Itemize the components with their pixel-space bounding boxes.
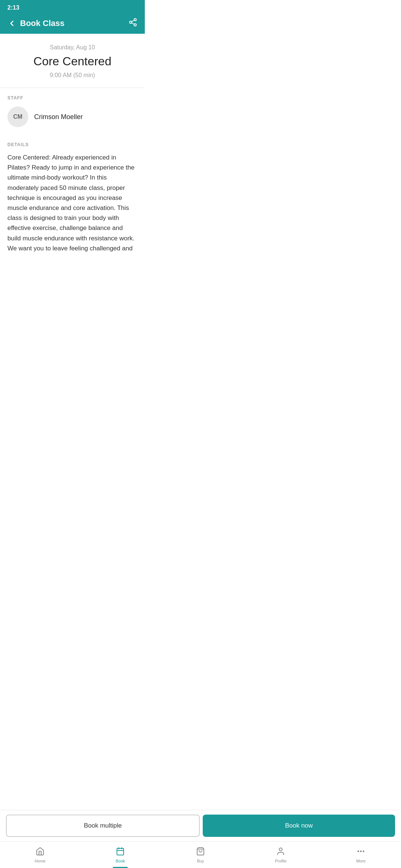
class-time: 9:00 AM (50 min): [7, 72, 137, 79]
staff-avatar: CM: [7, 106, 28, 127]
class-name: Core Centered: [7, 55, 137, 68]
svg-line-4: [132, 20, 134, 22]
details-label: DETAILS: [7, 142, 137, 147]
details-section: DETAILS Core Centered: Already experienc…: [0, 135, 145, 253]
staff-label: STAFF: [7, 95, 137, 101]
details-text: Core Centered: Already experienced in Pi…: [7, 152, 137, 253]
staff-name: Crimson Moeller: [34, 113, 83, 121]
class-header: Saturday, Aug 10 Core Centered 9:00 AM (…: [0, 34, 145, 88]
back-button[interactable]: [7, 19, 16, 28]
class-date: Saturday, Aug 10: [7, 44, 137, 51]
status-bar: 2:13: [0, 0, 145, 14]
staff-section: STAFF CM Crimson Moeller: [0, 88, 145, 135]
page-title: Book Class: [20, 19, 65, 28]
svg-line-3: [132, 23, 134, 24]
top-bar-left: Book Class: [7, 19, 65, 28]
staff-row: CM Crimson Moeller: [7, 106, 137, 131]
top-bar: Book Class: [0, 14, 145, 34]
status-time: 2:13: [7, 4, 19, 11]
share-button[interactable]: [128, 18, 137, 29]
